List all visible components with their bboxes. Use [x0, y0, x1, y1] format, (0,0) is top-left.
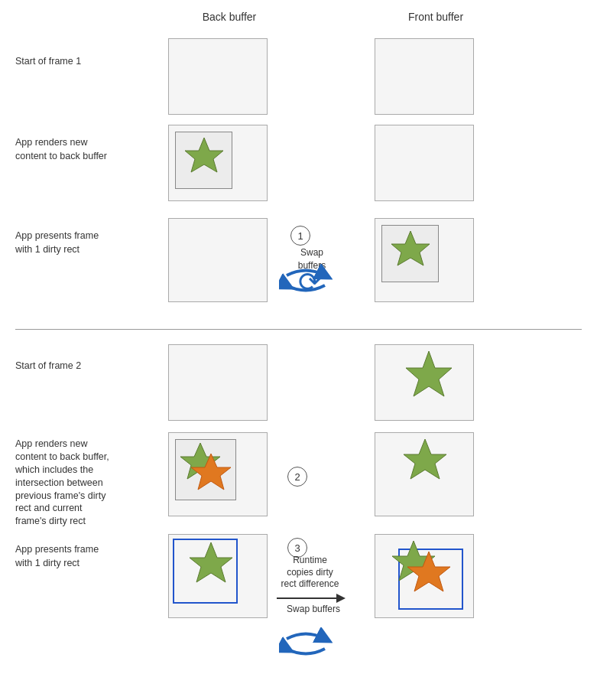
frame1-row3-inner: [381, 225, 439, 282]
frame2-copy-label: Runtime copies dirty rect difference: [274, 555, 346, 591]
frame2-row3-label: App presents frame with 1 dirty rect: [15, 543, 176, 570]
frame1-step1-circle: 1: [290, 226, 310, 246]
frame1-row1-label: Start of frame 1: [15, 55, 168, 69]
svg-marker-2: [391, 231, 430, 265]
frame2-row1-front: [375, 344, 474, 421]
frame2-swap-arrows-svg: [279, 627, 333, 662]
frame1-row1-back: [168, 38, 268, 115]
frame2-row2-front: [375, 432, 474, 516]
frame2-row3-front-star: [375, 535, 471, 615]
frame2-copy-arrow: [275, 593, 352, 604]
frame1-step1-label: 1: [297, 230, 303, 242]
frame2-row1-label: Start of frame 2: [15, 360, 168, 373]
frame2-row2-star: [176, 440, 235, 500]
svg-marker-7: [190, 542, 232, 582]
frame1-swap-arrows-svg: [279, 264, 333, 298]
frame2-row3-front: [375, 534, 474, 618]
svg-marker-3: [406, 351, 452, 396]
frame2-step3-label: 3: [294, 542, 300, 554]
back-buffer-header: Back buffer: [168, 11, 290, 23]
frame1-row2-label: App renders new content to back buffer: [15, 136, 168, 163]
frame1-row1-front: [375, 38, 474, 115]
frame1-row2-front: [375, 125, 474, 201]
frame2-row2-front-star: [375, 433, 463, 513]
frame2-row1-back: [168, 344, 268, 421]
frame2-row3-back: [168, 534, 268, 618]
frame1-row2-star: [177, 134, 231, 187]
frame2-step2-circle: 2: [287, 467, 307, 487]
section-divider: [15, 329, 582, 330]
frame2-swap-label: Swap buffers: [283, 603, 344, 616]
frame1-row2-back: [168, 125, 268, 201]
svg-marker-6: [404, 439, 446, 479]
frame1-row3-back: [168, 218, 268, 302]
frame2-row2-inner: [175, 439, 236, 500]
frame1-row2-inner: [175, 132, 232, 189]
frame2-row3-back-star: [169, 535, 257, 615]
front-buffer-header: Front buffer: [375, 11, 497, 23]
frame1-row3-label: App presents frame with 1 dirty rect: [15, 230, 168, 256]
frame2-row2-back: [168, 432, 268, 516]
frame2-row2-label: App renders new content to back buffer, …: [15, 438, 176, 528]
diagram: Back buffer Front buffer Start of frame …: [0, 0, 597, 700]
frame1-row3-star: [384, 227, 437, 281]
frame2-step2-label: 2: [294, 471, 300, 483]
frame2-row1-star: [375, 345, 463, 414]
frame1-row3-front: [375, 218, 474, 302]
